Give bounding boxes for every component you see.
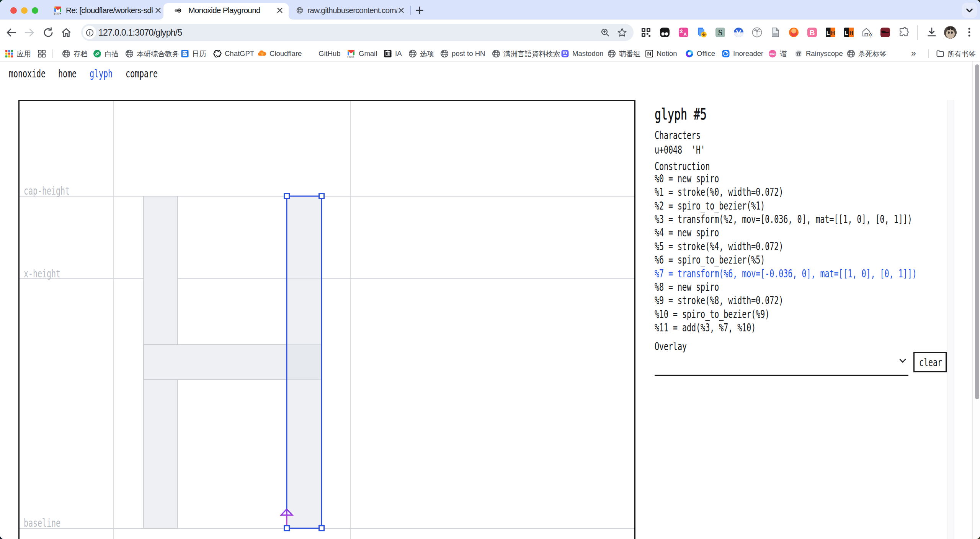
nav-glyph[interactable]: glyph (90, 68, 113, 79)
ext-docs-download-icon[interactable] (696, 27, 707, 38)
ext-puzzle-icon[interactable] (898, 27, 909, 38)
clear-button[interactable]: clear (913, 352, 947, 372)
ext-lh-icon-2[interactable]: L H (843, 27, 854, 38)
inoreader-icon (722, 49, 730, 58)
reload-icon[interactable] (43, 27, 54, 38)
bookmark-ia[interactable]: IA (384, 46, 402, 61)
construction-line: %0 = new spiro (655, 172, 917, 185)
ext-qrcode-icon[interactable] (640, 27, 652, 38)
clear-button-label: clear (919, 357, 942, 368)
downloads-icon[interactable] (926, 27, 937, 38)
bookmark-chatgpt[interactable]: ChatGPT (213, 46, 254, 61)
ext-orange-circle-icon[interactable] (788, 27, 799, 38)
construction-line: %2 = spiro_to_bezier(%1) (655, 199, 917, 213)
bookmark-notion[interactable]: Notion (645, 46, 677, 61)
ext-home-badge-icon[interactable]: 0 (861, 27, 873, 38)
ext-lh-l: L (826, 30, 830, 36)
handle-bottom-left[interactable] (284, 526, 289, 531)
bookmark-baimiao[interactable]: 白描 (93, 46, 119, 61)
canvas-border (19, 101, 635, 539)
select-chevron-icon[interactable] (897, 358, 908, 365)
browser-window: 100+ Re: [cloudflare/workers-sdk] | Mono… (0, 0, 980, 539)
nav-home[interactable]: home (58, 68, 77, 79)
home-icon[interactable] (61, 27, 72, 38)
bookmark-post-to-hn[interactable]: post to HN (440, 46, 485, 61)
tab-close-icon-active[interactable] (276, 7, 284, 14)
bookmark-shasi[interactable]: 杀死标签 (847, 46, 887, 61)
ext-translate-icon[interactable]: 文 A (678, 27, 689, 38)
chatgpt-icon (213, 49, 222, 58)
tab-title-3[interactable]: raw.githubusercontent.com/b (307, 6, 397, 15)
profile-avatar[interactable] (944, 26, 957, 39)
tab-search-button[interactable] (962, 3, 977, 18)
minimize-window-button[interactable] (21, 7, 28, 14)
overlay-select-underline[interactable] (655, 375, 908, 376)
menu-kebab-icon[interactable] (965, 27, 973, 37)
url-bar[interactable]: 127.0.0.1:3070/glyph/5 (81, 24, 634, 41)
ext-mask-icon[interactable] (880, 27, 891, 38)
globe-icon (492, 49, 500, 58)
site-info-chip[interactable] (83, 26, 96, 39)
nav-compare[interactable]: compare (126, 68, 158, 79)
ext-lh-h: H (849, 30, 853, 36)
bookmark-office[interactable]: Office (685, 46, 715, 61)
handle-top-right[interactable] (319, 194, 324, 199)
tab-close-icon-1[interactable] (154, 7, 162, 14)
overlay-heading: Overlay (655, 340, 687, 353)
baseline-label: baseline (24, 516, 60, 529)
tab-title-1[interactable]: Re: [cloudflare/workers-sdk] | (66, 6, 153, 15)
ext-document-icon[interactable] (770, 27, 781, 38)
ext-s-icon[interactable]: S (715, 27, 726, 38)
bookmark-pu[interactable]: osu! 谱 (768, 46, 787, 61)
ext-lh-icon-1[interactable]: L H (825, 27, 836, 38)
bookmark-cundang[interactable]: 存档 (62, 46, 88, 61)
window-scrollbar-thumb[interactable] (975, 64, 979, 399)
construction-line: %1 = stroke(%0, width=0.072) (655, 185, 917, 199)
ext-dark-eyes-icon[interactable] (659, 27, 670, 38)
bookmark-star-icon[interactable] (617, 28, 627, 38)
bookmark-rainyscope[interactable]: Rainyscope (794, 46, 843, 61)
ext-b-pink-icon[interactable]: B (807, 27, 818, 38)
bookmark-mengfanzu[interactable]: 萌番组 (608, 46, 640, 61)
zoom-icon[interactable] (601, 28, 610, 37)
window-scrollbar-track[interactable] (972, 62, 980, 539)
bookmark-dashboard[interactable] (37, 46, 46, 61)
globe-icon (125, 49, 134, 58)
new-tab-button[interactable] (415, 6, 424, 15)
bookmark-manchu[interactable]: 满洲言語資料検索 (492, 46, 560, 61)
bookmark-mastodon[interactable]: Mastodon (561, 46, 603, 61)
bookmark-github[interactable]: GitHub (318, 46, 341, 61)
url-text[interactable]: 127.0.0.1:3070/glyph/5 (98, 28, 182, 37)
back-icon[interactable] (6, 27, 16, 38)
bookmark-all-bookmarks[interactable]: 所有书签 (936, 46, 976, 61)
construction-line: %9 = stroke(%8, width=0.072) (655, 294, 917, 307)
bookmark-jiaowu[interactable]: 本研综合教务 (125, 46, 179, 61)
notion-icon (645, 49, 653, 58)
chevron-down-icon (966, 8, 973, 13)
bookmarks-overflow-chevron[interactable]: » (911, 48, 916, 59)
bookmark-cloudflare[interactable]: Cloudflare (257, 46, 302, 61)
monoxide-favicon (175, 8, 181, 13)
bookmark-inoreader[interactable]: Inoreader (722, 46, 763, 61)
ext-palm-icon[interactable] (751, 27, 763, 38)
osu-text: osu! (769, 52, 776, 56)
zoom-window-button[interactable] (32, 7, 38, 14)
forward-icon[interactable] (24, 27, 35, 38)
handle-bottom-right[interactable] (319, 526, 324, 531)
glyph-canvas[interactable]: cap-height x-height baseline (18, 100, 635, 539)
ext-v-circle-icon[interactable] (733, 27, 744, 38)
nav-monoxide[interactable]: monoxide (9, 68, 46, 79)
construction-line: %3 = transform(%2, mov=[0.036, 0], mat=[… (655, 213, 917, 226)
bookmark-gmail[interactable]: 100+ Gmail (346, 46, 377, 61)
panel-scrollbar-gutter[interactable] (947, 100, 954, 539)
bookmark-xuanxiang[interactable]: 选项 (408, 46, 434, 61)
dashboard-grid-icon (37, 49, 46, 58)
bookmark-calendar[interactable]: 17 日历 (181, 46, 206, 61)
tab-close-icon-3[interactable] (397, 7, 405, 14)
handle-top-left[interactable] (284, 194, 289, 199)
close-window-button[interactable] (10, 7, 17, 14)
construction-line: %11 = add(%3, %7, %10) (655, 321, 917, 334)
bookmark-apps[interactable]: 应用 (5, 46, 31, 61)
browser-toolbar: 127.0.0.1:3070/glyph/5 (0, 20, 980, 46)
cloudflare-icon (257, 49, 266, 58)
